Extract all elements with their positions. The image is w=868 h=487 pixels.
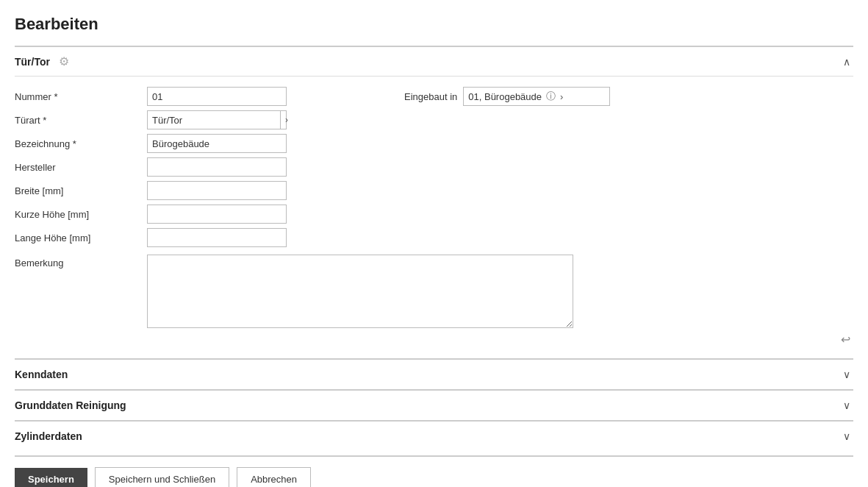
bezeichnung-label: Bezeichnung * (15, 135, 147, 152)
section-kenndaten-header[interactable]: Kenndaten ∨ (15, 360, 853, 389)
section-tuertor-header[interactable]: Tür/Tor ⚙ ∧ (15, 47, 853, 77)
section-zylinderdaten-title: Zylinderdaten (15, 430, 82, 442)
tuerart-field[interactable]: › (147, 110, 287, 129)
section-tuertor-title: Tür/Tor (15, 56, 50, 68)
section-grunddaten: Grunddaten Reinigung ∨ (15, 389, 853, 420)
bezeichnung-input[interactable] (147, 134, 287, 153)
breite-label: Breite [mm] (15, 182, 147, 199)
section-zylinderdaten-header[interactable]: Zylinderdaten ∨ (15, 422, 853, 451)
info-icon[interactable]: ⓘ (546, 90, 556, 103)
hersteller-label: Hersteller (15, 159, 147, 176)
kurze-hoehe-label: Kurze Höhe [mm] (15, 206, 147, 223)
tuerart-arrow-button[interactable]: › (280, 111, 293, 129)
tuerart-input[interactable] (148, 112, 280, 129)
bemerkung-label: Bemerkung (15, 255, 147, 269)
section-kenndaten: Kenndaten ∨ (15, 358, 853, 389)
save-button[interactable]: Speichern (15, 468, 87, 487)
section-grunddaten-header[interactable]: Grunddaten Reinigung ∨ (15, 391, 853, 420)
section-grunddaten-title: Grunddaten Reinigung (15, 399, 126, 411)
cancel-button[interactable]: Abbrechen (237, 467, 311, 487)
tuerart-label: Türart * (15, 112, 147, 129)
chevron-down-grunddaten-icon: ∨ (843, 399, 850, 411)
chevron-down-kenndaten-icon: ∨ (843, 369, 850, 380)
breite-input[interactable] (147, 181, 287, 200)
save-close-button[interactable]: Speichern und Schließen (95, 467, 229, 487)
section-tuertor-body: Nummer * Eingebaut in 01, Bürogebäude ⓘ … (15, 77, 853, 358)
section-tuertor: Tür/Tor ⚙ ∧ Nummer * Eingebaut in 01, Bü… (15, 46, 853, 358)
reset-icon[interactable]: ↩ (841, 333, 850, 346)
chevron-up-icon: ∧ (843, 56, 850, 68)
eingebaut-in-value: 01, Bürogebäude (468, 91, 542, 102)
nav-arrow-icon[interactable]: › (560, 91, 563, 102)
chevron-down-zylinderdaten-icon: ∨ (843, 430, 850, 442)
bemerkung-textarea[interactable] (147, 255, 573, 328)
gear-icon[interactable]: ⚙ (59, 54, 69, 68)
kurze-hoehe-input[interactable] (147, 205, 287, 224)
nummer-input[interactable] (147, 87, 287, 106)
eingebaut-in-field: 01, Bürogebäude ⓘ › (463, 87, 610, 106)
section-kenndaten-title: Kenndaten (15, 369, 68, 380)
section-zylinderdaten: Zylinderdaten ∨ (15, 420, 853, 451)
nummer-label: Nummer * (15, 88, 147, 105)
eingebaut-in-label: Eingebaut in (404, 91, 457, 102)
footer: Speichern Speichern und Schließen Abbrec… (15, 455, 853, 487)
hersteller-input[interactable] (147, 157, 287, 177)
page-title: Bearbeiten (15, 15, 853, 34)
lange-hoehe-label: Lange Höhe [mm] (15, 230, 147, 246)
lange-hoehe-input[interactable] (147, 228, 287, 247)
